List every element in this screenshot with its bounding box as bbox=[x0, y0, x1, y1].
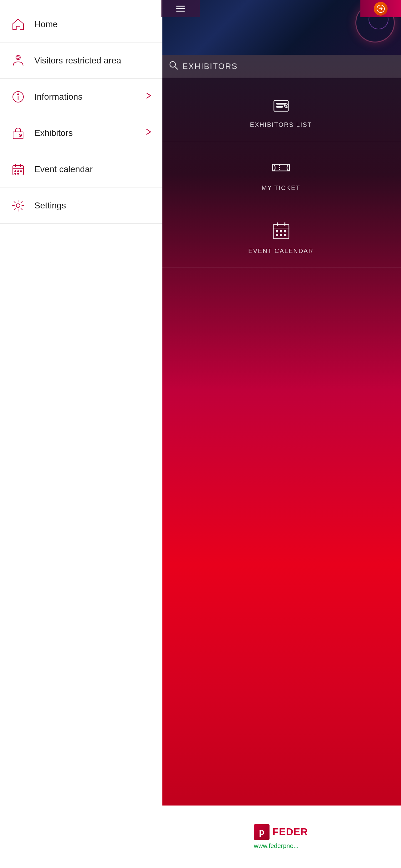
home-icon bbox=[9, 16, 27, 33]
nav-label-event-calendar: Event calendar bbox=[34, 164, 153, 174]
exhibitors-list-label: EXHIBITORS LIST bbox=[250, 121, 312, 128]
nav-label-exhibitors: Exhibitors bbox=[34, 128, 144, 138]
svg-point-31 bbox=[15, 170, 16, 172]
hamburger-button[interactable] bbox=[161, 0, 200, 17]
brand-url-text: www.federpne... bbox=[254, 842, 299, 849]
bottom-logo-area: p FEDER www.federpne... bbox=[161, 806, 401, 868]
svg-point-1 bbox=[170, 62, 175, 67]
right-menu-item-my-ticket[interactable]: MY TICKET bbox=[161, 141, 401, 204]
svg-point-14 bbox=[284, 230, 286, 232]
hamburger-icon bbox=[176, 6, 185, 11]
right-nav-menu: EXHIBITORS LIST MY TICKET bbox=[161, 78, 401, 268]
exhibitors-list-icon bbox=[270, 94, 292, 116]
right-menu-item-event-calendar[interactable]: EVENT CALENDAR bbox=[161, 204, 401, 268]
svg-point-19 bbox=[17, 56, 20, 59]
brand-p-icon: p bbox=[254, 824, 269, 840]
nav-item-informations[interactable]: Informations bbox=[0, 79, 162, 115]
event-calendar-label: EVENT CALENDAR bbox=[248, 247, 313, 255]
svg-point-13 bbox=[280, 230, 282, 232]
brand-container: p FEDER www.federpne... bbox=[254, 824, 308, 849]
left-nav-panel: Home Visitors restricted area bbox=[0, 0, 162, 868]
visitor-icon bbox=[9, 52, 27, 69]
nav-label-informations: Informations bbox=[34, 92, 144, 102]
svg-rect-5 bbox=[276, 106, 282, 107]
app-logo bbox=[374, 2, 388, 16]
informations-chevron-icon bbox=[144, 91, 153, 102]
svg-point-36 bbox=[16, 204, 20, 208]
svg-point-32 bbox=[18, 170, 19, 172]
nav-item-settings[interactable]: Settings bbox=[0, 187, 162, 224]
logo-area[interactable] bbox=[360, 0, 401, 17]
svg-point-17 bbox=[284, 234, 286, 236]
settings-icon bbox=[9, 197, 27, 214]
svg-point-15 bbox=[276, 234, 278, 236]
nav-label-visitors: Visitors restricted area bbox=[34, 56, 153, 66]
search-bar[interactable]: EXHIBITORS bbox=[161, 55, 401, 78]
ticket-icon bbox=[270, 157, 292, 179]
nav-item-exhibitors[interactable]: Exhibitors bbox=[0, 115, 162, 151]
nav-item-visitors[interactable]: Visitors restricted area bbox=[0, 42, 162, 79]
event-calendar-icon bbox=[270, 220, 292, 242]
brand-name-text: FEDER bbox=[273, 826, 308, 838]
calendar-icon bbox=[9, 161, 27, 178]
right-menu-item-exhibitors-list[interactable]: EXHIBITORS LIST bbox=[161, 78, 401, 141]
brand-logo: p FEDER bbox=[254, 824, 308, 840]
svg-point-18 bbox=[16, 55, 20, 60]
nav-label-home: Home bbox=[34, 19, 153, 29]
svg-line-2 bbox=[175, 67, 178, 69]
search-icon bbox=[169, 60, 179, 72]
svg-point-22 bbox=[18, 94, 19, 95]
my-ticket-label: MY TICKET bbox=[262, 184, 300, 191]
nav-item-home[interactable]: Home bbox=[0, 6, 162, 42]
svg-point-12 bbox=[276, 230, 278, 232]
svg-point-35 bbox=[18, 173, 19, 174]
svg-point-33 bbox=[20, 170, 22, 172]
nav-label-settings: Settings bbox=[34, 200, 153, 211]
nav-item-event-calendar[interactable]: Event calendar bbox=[0, 151, 162, 187]
exhibitors-chevron-icon bbox=[144, 127, 153, 138]
exhibitors-icon bbox=[9, 124, 27, 142]
svg-point-16 bbox=[280, 234, 282, 236]
svg-rect-4 bbox=[276, 103, 286, 104]
svg-point-34 bbox=[15, 173, 16, 174]
search-label: EXHIBITORS bbox=[182, 62, 238, 71]
info-icon bbox=[9, 88, 27, 105]
nav-menu: Home Visitors restricted area bbox=[0, 0, 162, 224]
